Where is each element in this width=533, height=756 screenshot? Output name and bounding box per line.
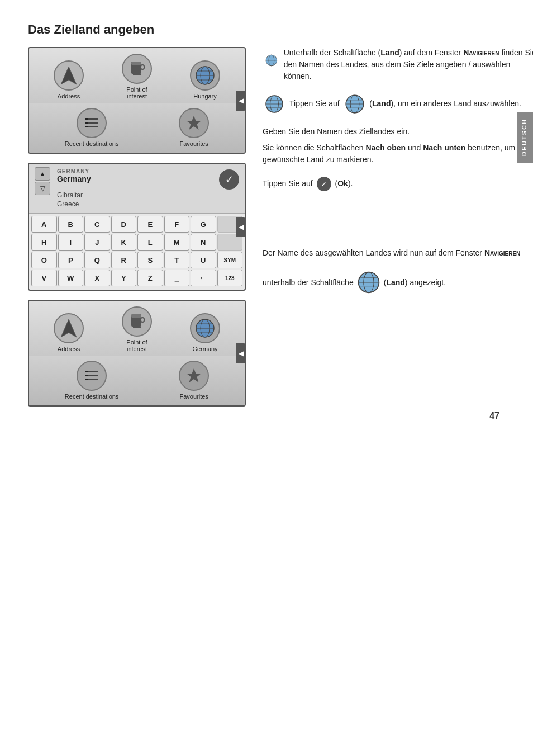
left-column: ◀ Address: [28, 47, 246, 415]
keyboard-arrows: ▲ ▽: [35, 167, 50, 196]
key-row-3: O P Q R S T U SYM: [31, 252, 242, 268]
nav-bottom-row-1: Recent destinations Favourites: [29, 103, 245, 153]
key-N[interactable]: N: [191, 234, 216, 251]
globe-icon-small-1: [264, 94, 284, 114]
right-column: Unterhalb der Schaltfläche (Land) auf de…: [263, 47, 533, 295]
key-O[interactable]: O: [31, 252, 57, 268]
country-label-2: Germany: [192, 346, 217, 352]
fav-circle-1: [179, 108, 209, 138]
recent-icon-item-1[interactable]: Recent destinations: [65, 108, 119, 147]
key-C[interactable]: C: [84, 216, 110, 233]
key-Z[interactable]: Z: [137, 270, 163, 286]
fav-icon-item-2[interactable]: Favourites: [179, 361, 209, 400]
fav-label-1: Favourites: [179, 140, 208, 147]
key-T[interactable]: T: [164, 252, 190, 268]
key-SYM[interactable]: SYM: [217, 252, 243, 268]
address-icon-item-2[interactable]: Address: [54, 313, 84, 352]
nav-bottom-row-2: Recent destinations Favourites: [29, 356, 245, 405]
key-R[interactable]: R: [111, 252, 137, 268]
country-header-label: GERMANY: [57, 168, 91, 174]
nav-screen-tab-2[interactable]: ◀: [236, 343, 246, 363]
keyboard-header: ▲ ▽ GERMANY Germany Gibraltar Greece: [29, 164, 245, 214]
keyboard-grid: A B C D E F G H I J K L: [29, 214, 245, 290]
globe-icon-small-inline-1: [344, 93, 365, 115]
keyboard-screen-tab[interactable]: ◀: [236, 217, 246, 237]
nav-icons-row-2: Address Point ofinterest: [29, 301, 245, 356]
text-block-5-ok: Ok: [337, 179, 348, 188]
svg-rect-20: [133, 327, 141, 328]
key-G[interactable]: G: [191, 216, 216, 233]
key-Q[interactable]: Q: [84, 252, 110, 268]
key-backspace[interactable]: ←: [191, 270, 216, 286]
side-tab-deutsch: DEUTSCH: [517, 112, 533, 163]
arrow-down-btn[interactable]: ▽: [35, 182, 50, 195]
key-B[interactable]: B: [58, 216, 84, 233]
fav-star-icon-2: [185, 367, 203, 385]
arrow-up-btn[interactable]: ▲: [35, 167, 50, 181]
key-I[interactable]: I: [58, 234, 84, 251]
nav-screen-1: ◀ Address: [28, 47, 246, 154]
svg-rect-31: [85, 375, 88, 376]
key-L[interactable]: L: [137, 234, 163, 251]
key-U[interactable]: U: [191, 252, 216, 268]
poi-cup-icon-2: [129, 312, 145, 331]
svg-rect-30: [85, 371, 88, 372]
key-J[interactable]: J: [84, 234, 110, 251]
country-list-area: GERMANY Germany Gibraltar Greece: [55, 167, 93, 210]
key-D[interactable]: D: [111, 216, 137, 233]
poi-circle-2: [122, 306, 152, 337]
page-number: 47: [489, 411, 499, 421]
key-H[interactable]: H: [31, 234, 57, 251]
key-K[interactable]: K: [111, 234, 137, 251]
address-icon-item-1[interactable]: Address: [54, 60, 84, 100]
country-circle-1: [190, 60, 220, 91]
svg-marker-0: [61, 67, 77, 84]
svg-marker-17: [61, 319, 77, 337]
country-icon-item-1[interactable]: Hungary: [190, 60, 220, 100]
recent-circle-1: [77, 108, 107, 138]
text-block-7-end: angezeigt.: [410, 277, 446, 289]
nav-screen-tab-1[interactable]: ◀: [236, 91, 246, 111]
key-A[interactable]: A: [31, 216, 57, 233]
text-block-1-land: Land: [380, 48, 399, 57]
svg-marker-33: [187, 368, 201, 382]
key-P[interactable]: P: [58, 252, 84, 268]
text-block-4-p: Sie können die Schaltflächen Nach oben u…: [263, 142, 533, 166]
recent-icon-item-2[interactable]: Recent destinations: [65, 361, 119, 400]
svg-rect-14: [85, 122, 88, 124]
fav-icon-item-1[interactable]: Favourites: [179, 108, 209, 147]
country-label-1: Hungary: [193, 93, 217, 100]
poi-icon-item-1[interactable]: Point ofinterest: [122, 54, 152, 100]
text-block-3-p: Geben Sie den Namen des Ziellandes ein.: [263, 126, 533, 138]
key-E[interactable]: E: [137, 216, 163, 233]
key-S[interactable]: S: [137, 252, 163, 268]
svg-rect-3: [133, 74, 141, 75]
fav-label-2: Favourites: [179, 393, 208, 400]
key-V[interactable]: V: [31, 270, 57, 286]
poi-icon-item-2[interactable]: Point ofinterest: [122, 306, 152, 352]
recent-circle-2: [77, 361, 107, 391]
text-block-5-p: Tippen Sie auf ✓ (Ok).: [263, 177, 533, 191]
poi-circle-1: [122, 54, 152, 84]
page-title: Das Zielland angeben: [28, 22, 505, 37]
fav-circle-2: [179, 361, 209, 391]
globe-icon-1: [194, 65, 216, 86]
text-block-7-start: unterhalb der Schaltfläche: [263, 277, 354, 289]
country-icon-item-2[interactable]: Germany: [190, 313, 220, 352]
key-X[interactable]: X: [84, 270, 110, 286]
key-F[interactable]: F: [164, 216, 190, 233]
svg-rect-2: [131, 62, 141, 65]
svg-rect-32: [85, 379, 88, 380]
text-block-1: Unterhalb der Schaltfläche (Land) auf de…: [263, 47, 533, 82]
key-row-1: A B C D E F G: [31, 216, 242, 233]
key-row-4: V W X Y Z _ ← 123: [31, 270, 242, 286]
key-M[interactable]: M: [164, 234, 190, 251]
text-block-2-land: Land: [372, 99, 391, 108]
key-underscore[interactable]: _: [164, 270, 190, 286]
key-123[interactable]: 123: [217, 270, 243, 286]
ok-button[interactable]: ✓: [219, 169, 239, 190]
key-Y[interactable]: Y: [111, 270, 137, 286]
address-circle-1: [54, 60, 84, 91]
key-W[interactable]: W: [58, 270, 84, 286]
text-block-3: Geben Sie den Namen des Ziellandes ein. …: [263, 126, 533, 166]
